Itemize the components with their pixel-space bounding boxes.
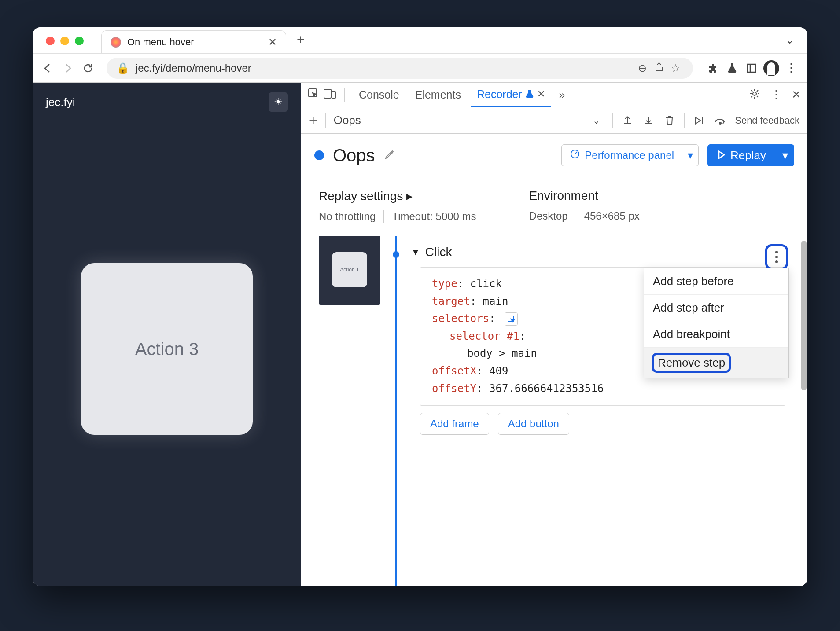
browser-menu-icon[interactable]: ⋮ bbox=[784, 61, 799, 76]
replay-button[interactable]: Replay ▾ bbox=[707, 144, 794, 166]
scrollbar[interactable] bbox=[801, 241, 807, 390]
delete-icon[interactable] bbox=[663, 115, 676, 126]
menu-add-after[interactable]: Add step after bbox=[644, 295, 788, 321]
menu-add-before[interactable]: Add step before bbox=[644, 268, 788, 295]
replay-settings-heading[interactable]: Replay settings ▸ bbox=[319, 189, 476, 203]
share-icon[interactable] bbox=[652, 62, 667, 74]
edit-title-icon[interactable] bbox=[384, 149, 395, 162]
add-button-button[interactable]: Add button bbox=[498, 413, 569, 435]
site-name[interactable]: jec.fyi bbox=[46, 95, 75, 109]
svg-point-5 bbox=[719, 122, 721, 124]
tab-elements[interactable]: Elements bbox=[409, 83, 467, 107]
bookmark-icon[interactable]: ☆ bbox=[668, 62, 683, 74]
add-frame-button[interactable]: Add frame bbox=[420, 413, 489, 435]
lock-icon: 🔒 bbox=[116, 62, 129, 74]
maximize-window-icon[interactable] bbox=[75, 37, 84, 45]
tab-console[interactable]: Console bbox=[353, 83, 405, 107]
card-label: Action 3 bbox=[135, 339, 199, 359]
environment-heading: Environment bbox=[529, 189, 640, 203]
recording-selector[interactable]: Oops ⌄ bbox=[334, 114, 605, 127]
svg-rect-2 bbox=[324, 89, 331, 98]
zoom-icon[interactable]: ⊖ bbox=[635, 62, 650, 74]
viewport-value: 456×685 px bbox=[584, 210, 640, 222]
tab-list-button[interactable]: ⌄ bbox=[785, 34, 794, 46]
timeline bbox=[389, 236, 407, 586]
continue-icon[interactable] bbox=[693, 116, 706, 125]
close-window-icon[interactable] bbox=[46, 37, 55, 45]
device-icon[interactable] bbox=[323, 88, 336, 102]
close-devtools-icon[interactable]: ✕ bbox=[792, 88, 801, 102]
step-over-icon[interactable] bbox=[714, 116, 727, 125]
more-tabs-icon[interactable]: » bbox=[559, 89, 565, 101]
flask-icon bbox=[526, 88, 534, 101]
import-icon[interactable] bbox=[642, 115, 655, 126]
forward-button[interactable] bbox=[62, 62, 74, 74]
back-button[interactable] bbox=[41, 62, 54, 74]
chevron-down-icon: ⌄ bbox=[593, 115, 600, 126]
record-indicator-icon bbox=[314, 150, 324, 160]
pick-selector-icon[interactable] bbox=[505, 312, 518, 326]
url-text: jec.fyi/demo/menu-hover bbox=[136, 62, 251, 74]
export-icon[interactable] bbox=[621, 115, 634, 126]
step-thumbnail[interactable]: Action 1 bbox=[319, 236, 380, 305]
new-recording-button[interactable]: + bbox=[309, 112, 317, 128]
perf-dropdown-icon[interactable]: ▾ bbox=[682, 145, 698, 166]
browser-window: On menu hover ✕ + ⌄ 🔒 jec.fyi/demo/menu-… bbox=[33, 27, 807, 586]
recording-settings: Replay settings ▸ No throttling Timeout:… bbox=[301, 177, 807, 236]
url-input[interactable]: 🔒 jec.fyi/demo/menu-hover ⊖ ☆ bbox=[107, 58, 693, 79]
replay-dropdown-icon[interactable]: ▾ bbox=[776, 144, 794, 166]
menu-remove-step[interactable]: Remove step bbox=[644, 348, 788, 378]
content-area: jec.fyi ☀ Action 3 Console Elements Reco… bbox=[33, 83, 807, 586]
expand-icon: ▸ bbox=[406, 189, 413, 203]
collapse-icon: ▼ bbox=[411, 247, 420, 257]
tab-title: On menu hover bbox=[127, 37, 194, 48]
devtools-menu-icon[interactable]: ⋮ bbox=[770, 88, 782, 102]
reload-button[interactable] bbox=[82, 62, 94, 74]
extensions-icon[interactable] bbox=[705, 61, 720, 76]
recorder-toolbar: + Oops ⌄ Send feedback bbox=[301, 107, 807, 134]
svg-rect-0 bbox=[748, 64, 755, 72]
recording-header: Oops Performance panel ▾ Replay ▾ bbox=[301, 134, 807, 177]
step-context-menu: Add step before Add step after Add break… bbox=[644, 268, 789, 378]
devtools-tabbar: Console Elements Recorder ✕ » ⋮ ✕ bbox=[301, 83, 807, 107]
close-tab-icon[interactable]: ✕ bbox=[537, 88, 545, 100]
addressbar: 🔒 jec.fyi/demo/menu-hover ⊖ ☆ ⋮ bbox=[33, 54, 807, 83]
devtools-panel: Console Elements Recorder ✕ » ⋮ ✕ + bbox=[301, 83, 807, 586]
thumb-label: Action 1 bbox=[332, 252, 367, 287]
action-card[interactable]: Action 3 bbox=[81, 263, 253, 435]
step-name: Click bbox=[425, 245, 452, 259]
device-value: Desktop bbox=[529, 210, 568, 222]
send-feedback-link[interactable]: Send feedback bbox=[735, 115, 799, 126]
window-controls bbox=[46, 37, 84, 45]
reader-icon[interactable] bbox=[744, 61, 759, 76]
performance-panel-button[interactable]: Performance panel ▾ bbox=[561, 144, 699, 166]
svg-point-4 bbox=[753, 92, 756, 95]
play-icon bbox=[717, 149, 725, 162]
gauge-icon bbox=[570, 149, 580, 162]
close-tab-icon[interactable]: ✕ bbox=[268, 36, 277, 48]
step-block: ▼ Click Add step before Add step after A… bbox=[407, 236, 807, 586]
menu-add-breakpoint[interactable]: Add breakpoint bbox=[644, 321, 788, 348]
timeout-value: Timeout: 5000 ms bbox=[392, 210, 476, 223]
settings-icon[interactable] bbox=[748, 88, 761, 103]
favicon-icon bbox=[111, 37, 121, 48]
webpage: jec.fyi ☀ Action 3 bbox=[33, 83, 301, 586]
step-menu-button[interactable] bbox=[765, 244, 788, 270]
recording-title: Oops bbox=[333, 146, 375, 165]
steps-area: Action 1 ▼ Click Add step before bbox=[301, 236, 807, 586]
labs-icon[interactable] bbox=[725, 61, 740, 76]
profile-avatar[interactable] bbox=[763, 60, 779, 76]
browser-tab[interactable]: On menu hover ✕ bbox=[101, 30, 286, 53]
timeline-dot-icon bbox=[393, 251, 399, 258]
svg-rect-3 bbox=[332, 92, 335, 98]
minimize-window-icon[interactable] bbox=[60, 37, 69, 45]
new-tab-button[interactable]: + bbox=[286, 32, 315, 53]
tab-recorder[interactable]: Recorder ✕ bbox=[471, 83, 551, 107]
step-header[interactable]: ▼ Click bbox=[411, 245, 785, 259]
extensions: ⋮ bbox=[705, 60, 799, 76]
throttling-value: No throttling bbox=[319, 210, 376, 223]
inspect-icon[interactable] bbox=[307, 88, 320, 103]
theme-toggle-button[interactable]: ☀ bbox=[269, 92, 288, 112]
titlebar: On menu hover ✕ + ⌄ bbox=[33, 27, 807, 54]
